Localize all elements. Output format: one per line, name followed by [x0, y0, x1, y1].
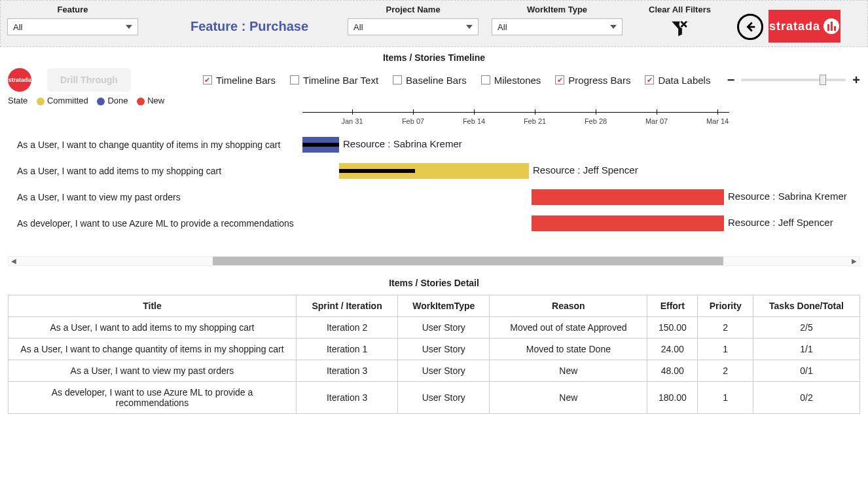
zoom-slider-thumb[interactable]	[820, 75, 826, 85]
table-cell: 2	[698, 317, 753, 339]
gantt-row[interactable]: As a User, I want to view my past orders…	[8, 184, 860, 210]
gantt-data-label: Resource : Sabrina Kremer	[728, 191, 847, 202]
timeline-toolbar: stratada Drill Through ✔Timeline Bars Ti…	[0, 65, 868, 92]
col-tasks[interactable]: Tasks Done/Total	[753, 295, 859, 317]
filter-project-select[interactable]: All	[348, 18, 479, 35]
legend-title: State	[8, 96, 27, 105]
table-cell: As a User, I want to view my past orders	[9, 360, 297, 382]
svg-rect-3	[831, 22, 833, 31]
filter-feature-label: Feature	[7, 5, 138, 14]
filter-feature-select[interactable]: All	[7, 18, 138, 35]
detail-table: Title Sprint / Iteration WorkItemType Re…	[8, 295, 860, 414]
col-effort[interactable]: Effort	[647, 295, 698, 317]
table-cell: As a User, I want to change quantity of …	[9, 339, 297, 360]
chevron-down-icon	[610, 25, 617, 29]
table-cell: New	[490, 360, 647, 382]
gantt-progress	[339, 169, 415, 173]
check-timeline-bar-text[interactable]: Timeline Bar Text	[290, 75, 378, 86]
filter-project-label: Project Name	[348, 5, 479, 14]
table-cell: Moved out of state Approved	[490, 317, 647, 339]
gantt-chart: Jan 31 Feb 07 Feb 14 Feb 21 Feb 28 Mar 0…	[0, 112, 868, 236]
scroll-right-icon[interactable]: ▶	[852, 257, 857, 265]
gantt-row-label: As a User, I want to add items to my sho…	[8, 166, 302, 176]
gantt-bar[interactable]	[532, 215, 724, 231]
legend-dot-new	[137, 98, 145, 105]
small-brand-icon: stratada	[8, 68, 31, 92]
table-header-row: Title Sprint / Iteration WorkItemType Re…	[9, 295, 860, 317]
gantt-row[interactable]: As developer, I want to use Azure ML to …	[8, 210, 860, 236]
back-button[interactable]	[737, 14, 763, 40]
brand-logo: stratada	[769, 10, 841, 43]
zoom-slider[interactable]	[741, 79, 846, 81]
col-title[interactable]: Title	[9, 295, 297, 317]
chevron-down-icon	[466, 25, 473, 29]
gantt-bar[interactable]	[532, 189, 724, 205]
horizontal-scrollbar[interactable]: ◀ ▶	[8, 256, 860, 266]
gantt-row[interactable]: As a User, I want to change quantity of …	[8, 132, 860, 158]
table-cell: As a User, I want to add items to my sho…	[9, 317, 297, 339]
table-cell: 150.00	[647, 317, 698, 339]
table-cell: 0/2	[753, 382, 859, 414]
gantt-row-label: As a User, I want to change quantity of …	[8, 140, 302, 150]
table-cell: User Story	[398, 339, 490, 360]
col-sprint[interactable]: Sprint / Iteration	[297, 295, 398, 317]
table-row[interactable]: As developer, I want to use Azure ML to …	[9, 382, 860, 414]
col-priority[interactable]: Priority	[698, 295, 753, 317]
clear-filters: Clear All Filters	[649, 5, 711, 41]
table-row[interactable]: As a User, I want to add items to my sho…	[9, 317, 860, 339]
table-cell: 2/5	[753, 317, 859, 339]
filter-header: Feature All Feature : Purchase Project N…	[0, 0, 868, 47]
check-baseline-bars[interactable]: Baseline Bars	[393, 75, 467, 86]
filter-workitem-value: All	[497, 22, 507, 32]
filter-feature: Feature All	[7, 5, 138, 35]
filter-workitem: WorkItem Type All	[492, 5, 623, 35]
table-cell: Iteration 2	[297, 317, 398, 339]
gantt-row-label: As a User, I want to view my past orders	[8, 192, 302, 202]
clear-filters-label: Clear All Filters	[649, 5, 711, 14]
zoom-in-button[interactable]: +	[852, 73, 860, 88]
legend-dot-done	[97, 98, 105, 105]
check-data-labels[interactable]: ✔Data Labels	[645, 75, 710, 86]
table-cell: Iteration 3	[297, 382, 398, 414]
col-reason[interactable]: Reason	[490, 295, 647, 317]
clear-filter-icon[interactable]	[668, 17, 692, 41]
zoom-control: − +	[727, 73, 860, 88]
gantt-row-label: As developer, I want to use Azure ML to …	[8, 218, 302, 229]
view-options: ✔Timeline Bars Timeline Bar Text Baselin…	[203, 75, 711, 86]
table-cell: 180.00	[647, 382, 698, 414]
table-row[interactable]: As a User, I want to change quantity of …	[9, 339, 860, 360]
feature-title: Feature : Purchase	[190, 19, 308, 34]
gantt-data-label: Resource : Sabrina Kremer	[343, 138, 462, 149]
svg-rect-4	[834, 26, 836, 31]
table-row[interactable]: As a User, I want to view my past orders…	[9, 360, 860, 382]
table-cell: User Story	[398, 360, 490, 382]
scrollbar-thumb[interactable]	[213, 257, 723, 265]
table-cell: 48.00	[647, 360, 698, 382]
scroll-left-icon[interactable]: ◀	[11, 257, 16, 265]
filter-workitem-label: WorkItem Type	[492, 5, 623, 14]
gantt-axis: Jan 31 Feb 07 Feb 14 Feb 21 Feb 28 Mar 0…	[302, 112, 860, 132]
zoom-out-button[interactable]: −	[727, 73, 735, 88]
table-cell: 1	[698, 339, 753, 360]
gantt-row[interactable]: As a User, I want to add items to my sho…	[8, 158, 860, 184]
table-cell: 24.00	[647, 339, 698, 360]
filter-project: Project Name All	[348, 5, 479, 35]
timeline-title: Items / Stories Timeline	[0, 47, 868, 65]
svg-rect-2	[827, 24, 829, 31]
table-cell: Iteration 1	[297, 339, 398, 360]
check-progress-bars[interactable]: ✔Progress Bars	[555, 75, 630, 86]
detail-title: Items / Stories Detail	[0, 272, 868, 291]
table-cell: New	[490, 382, 647, 414]
gantt-data-label: Resource : Jeff Spencer	[728, 217, 833, 228]
filter-workitem-select[interactable]: All	[492, 18, 623, 35]
table-cell: 2	[698, 360, 753, 382]
chevron-down-icon	[126, 25, 132, 29]
drill-through-button[interactable]: Drill Through	[47, 68, 131, 92]
col-workitemtype[interactable]: WorkItemType	[398, 295, 490, 317]
table-cell: Moved to state Done	[490, 339, 647, 360]
check-milestones[interactable]: Milestones	[481, 75, 541, 86]
filter-project-value: All	[353, 22, 363, 32]
check-timeline-bars[interactable]: ✔Timeline Bars	[203, 75, 276, 86]
filter-feature-value: All	[13, 22, 22, 32]
table-cell: User Story	[398, 317, 490, 339]
